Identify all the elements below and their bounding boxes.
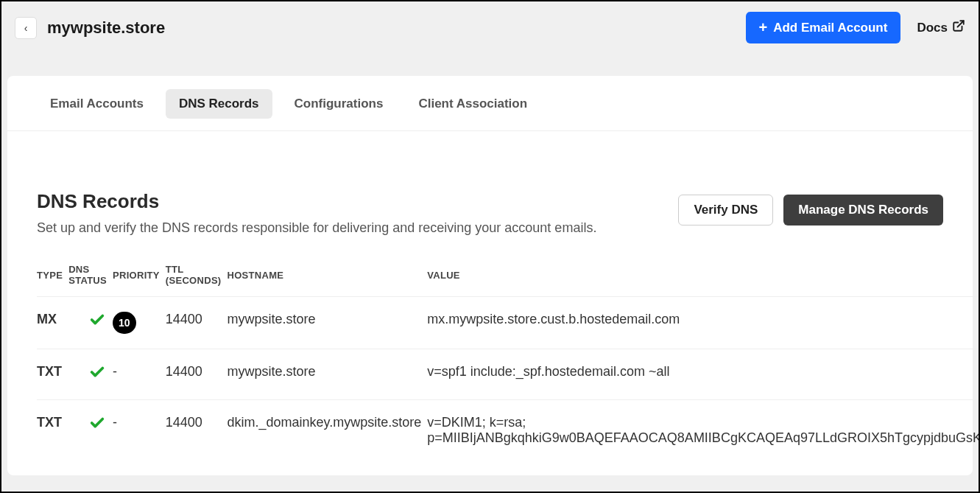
page-title: mywpsite.store	[47, 18, 165, 38]
dns-records-section: DNS Records Set up and verify the DNS re…	[7, 131, 973, 475]
tab-dns-records[interactable]: DNS Records	[166, 89, 272, 119]
plus-icon: +	[759, 19, 768, 36]
section-header-text: DNS Records Set up and verify the DNS re…	[37, 190, 596, 236]
docs-link[interactable]: Docs	[917, 19, 965, 36]
cell-type: TXT	[37, 400, 68, 461]
chevron-left-icon: ‹	[24, 22, 28, 34]
cell-priority: -	[113, 400, 166, 461]
column-value: VALUE	[427, 252, 980, 297]
column-ttl: TTL (SECONDS)	[166, 252, 228, 297]
docs-label: Docs	[917, 21, 948, 35]
cell-ttl: 14400	[166, 400, 228, 461]
cell-hostname: mywpsite.store	[227, 297, 427, 349]
table-row: MX 10 14400 mywpsite.store mx.mywpsite.s…	[37, 297, 980, 349]
cell-hostname: mywpsite.store	[227, 349, 427, 400]
check-icon	[68, 313, 105, 332]
table-row: TXT - 14400 mywpsite.store v=spf1 includ…	[37, 349, 980, 400]
table-header-row: TYPE DNS STATUS PRIORITY TTL (SECONDS) H…	[37, 252, 980, 297]
column-dns-status: DNS STATUS	[68, 252, 113, 297]
manage-dns-records-button[interactable]: Manage DNS Records	[783, 195, 943, 225]
external-link-icon	[952, 19, 965, 36]
table-row: TXT - 14400 dkim._domainkey.mywpsite.sto…	[37, 400, 980, 461]
back-button[interactable]: ‹	[15, 17, 37, 39]
verify-dns-button[interactable]: Verify DNS	[678, 195, 773, 225]
section-actions: Verify DNS Manage DNS Records	[678, 190, 943, 225]
svg-line-0	[958, 21, 964, 27]
cell-hostname: dkim._domainkey.mywpsite.store	[227, 400, 427, 461]
add-email-label: Add Email Account	[773, 21, 887, 35]
add-email-account-button[interactable]: + Add Email Account	[746, 12, 901, 43]
header-right: + Add Email Account Docs	[746, 12, 965, 43]
cell-type: TXT	[37, 349, 68, 400]
column-priority: PRIORITY	[113, 252, 166, 297]
cell-ttl: 14400	[166, 349, 228, 400]
cell-priority: -	[113, 349, 166, 400]
column-hostname: HOSTNAME	[227, 252, 427, 297]
cell-value: v=spf1 include:_spf.hostedemail.com ~all	[427, 349, 980, 400]
priority-badge: 10	[113, 312, 136, 334]
check-icon	[68, 416, 105, 435]
cell-value: v=DKIM1; k=rsa; p=MIIBIjANBgkqhkiG9w0BAQ…	[427, 400, 980, 461]
tab-client-association[interactable]: Client Association	[405, 89, 540, 119]
cell-status	[68, 349, 113, 400]
cell-status	[68, 297, 113, 349]
header-left: ‹ mywpsite.store	[15, 17, 165, 39]
cell-priority: 10	[113, 297, 166, 349]
section-description: Set up and verify the DNS records respon…	[37, 220, 596, 236]
tab-email-accounts[interactable]: Email Accounts	[37, 89, 157, 119]
cell-status	[68, 400, 113, 461]
cell-ttl: 14400	[166, 297, 228, 349]
check-icon	[68, 366, 105, 384]
cell-value: mx.mywpsite.store.cust.b.hostedemail.com	[427, 297, 980, 349]
column-type: TYPE	[37, 252, 68, 297]
section-header: DNS Records Set up and verify the DNS re…	[37, 190, 943, 236]
content-card: Email Accounts DNS Records Configuration…	[7, 76, 973, 475]
section-title: DNS Records	[37, 190, 596, 213]
tabs: Email Accounts DNS Records Configuration…	[7, 76, 973, 131]
tab-configurations[interactable]: Configurations	[281, 89, 397, 119]
cell-type: MX	[37, 297, 68, 349]
dns-records-table: TYPE DNS STATUS PRIORITY TTL (SECONDS) H…	[37, 252, 980, 461]
page-header: ‹ mywpsite.store + Add Email Account Doc…	[1, 1, 979, 54]
